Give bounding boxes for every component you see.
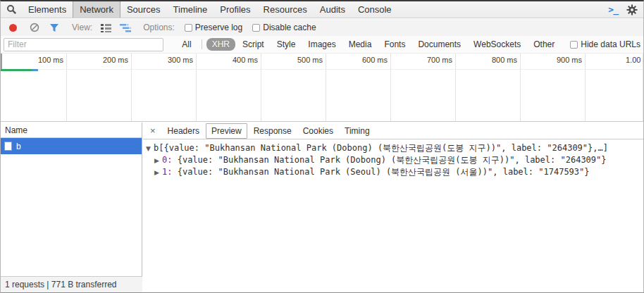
preserve-log-checkbox[interactable] [185,24,192,32]
expander-open-icon[interactable]: ▼ [146,143,154,154]
request-detail-panel: × Headers Preview Response Cookies Timin… [143,123,643,292]
type-fonts[interactable]: Fonts [378,38,411,51]
expander-closed-icon[interactable]: ▶ [154,167,162,178]
type-images[interactable]: Images [302,38,341,51]
type-media[interactable]: Media [343,38,378,51]
detail-tab-response[interactable]: Response [249,124,297,138]
tree-index: 1: [162,167,172,177]
detail-tab-timing[interactable]: Timing [340,124,375,138]
type-separator [202,39,202,49]
record-button-icon[interactable] [9,24,17,32]
type-documents[interactable]: Documents [412,38,466,51]
preserve-log-label[interactable]: Preserve log [195,23,242,32]
filter-row: All XHR Script Style Images Media Fonts … [1,36,643,54]
tab-audits[interactable]: Audits [314,1,352,18]
disable-cache-group: Disable cache [252,23,316,32]
tab-network[interactable]: Network [73,1,120,18]
view-label: View: [72,23,92,32]
request-list-panel: Name b 1 requests | 771 B transferred [1,123,142,292]
tree-value: {value: "Bukhansan National Park (Seoul)… [172,167,589,177]
request-row-b[interactable]: b [1,138,142,154]
expander-closed-icon[interactable]: ▶ [154,155,162,166]
tree-value: {value: "Bukhansan National Park (Dobong… [172,155,606,165]
network-overview[interactable]: 100 ms 200 ms 300 ms 400 ms 500 ms 600 m… [1,54,643,122]
time-tick: 700 ms [390,56,452,64]
close-icon[interactable]: × [143,125,162,136]
tab-elements[interactable]: Elements [22,1,73,18]
time-tick: 200 ms [66,56,128,64]
request-name: b [16,142,21,151]
console-drawer-icon[interactable]: >_ [608,4,618,15]
time-tick: 500 ms [261,56,323,64]
detail-tab-headers[interactable]: Headers [163,124,204,138]
disable-cache-label[interactable]: Disable cache [263,23,316,32]
magnifier-icon [6,4,17,15]
tree-value: [{value: "Bukhansan National Park (Dobon… [159,143,608,153]
tab-timeline[interactable]: Timeline [167,1,214,18]
view-waterfall-icon[interactable] [119,22,132,33]
detail-tab-preview[interactable]: Preview [206,123,247,139]
preview-json-tree: ▼b[{value: "Bukhansan National Park (Dob… [143,139,643,178]
tab-resources[interactable]: Resources [257,1,314,18]
tree-item-1[interactable]: ▶1: {value: "Bukhansan National Park (Se… [146,166,643,178]
detail-tab-bar: × Headers Preview Response Cookies Timin… [143,123,643,139]
hide-data-urls-group: Hide data URLs [570,39,640,49]
tab-profiles[interactable]: Profiles [213,1,256,18]
type-style[interactable]: Style [271,38,302,51]
status-text: 1 requests | 771 B transferred [5,280,117,289]
view-list-icon[interactable] [99,22,112,33]
status-bar: 1 requests | 771 B transferred [1,276,142,292]
options-label: Options: [143,23,175,32]
filter-input[interactable] [4,38,163,51]
document-icon [4,142,12,151]
devtools-window: Elements Network Sources Timeline Profil… [0,0,644,293]
tabbar-right-controls: >_ [608,1,643,18]
tab-sources[interactable]: Sources [120,1,167,18]
time-tick: 600 ms [326,56,388,64]
type-script[interactable]: Script [237,38,270,51]
inspect-element-button[interactable] [1,1,22,18]
settings-gear-icon[interactable] [626,4,638,15]
tree-item-0[interactable]: ▶0: {value: "Bukhansan National Park (Do… [146,154,643,166]
type-websockets[interactable]: WebSockets [468,38,526,51]
request-bar-waiting [1,69,32,71]
time-tick: 900 ms [520,56,582,64]
resource-type-list: All XHR Script Style Images Media Fonts … [176,38,560,51]
tab-console[interactable]: Console [352,1,398,18]
tree-root-line[interactable]: ▼b[{value: "Bukhansan National Park (Dob… [146,142,643,154]
request-bar-receiving [32,69,38,71]
time-tick: 400 ms [196,56,258,64]
requests-split-view: Name b 1 requests | 771 B transferred × … [1,123,643,292]
tree-index: 0: [162,155,172,165]
time-tick: 800 ms [455,56,517,64]
preserve-log-group: Preserve log [185,23,242,32]
hide-data-urls-label[interactable]: Hide data URLs [581,39,640,49]
type-all[interactable]: All [176,38,197,51]
ruler-divider [1,69,643,70]
detail-tab-cookies[interactable]: Cookies [298,124,338,138]
disable-cache-checkbox[interactable] [252,24,260,32]
time-tick: 1.00 s [585,56,643,64]
type-xhr[interactable]: XHR [206,38,235,51]
time-tick: 100 ms [1,56,63,64]
type-other[interactable]: Other [528,38,560,51]
overview-left-handle[interactable] [1,54,2,70]
network-toolbar: View: Options: Preserve log Disable cach… [1,19,643,36]
hide-data-urls-checkbox[interactable] [570,41,578,49]
filter-funnel-icon[interactable] [48,22,61,33]
clear-requests-icon[interactable] [28,22,41,33]
name-column-header[interactable]: Name [1,123,142,138]
main-tab-bar: Elements Network Sources Timeline Profil… [1,1,643,18]
time-tick: 300 ms [131,56,193,64]
